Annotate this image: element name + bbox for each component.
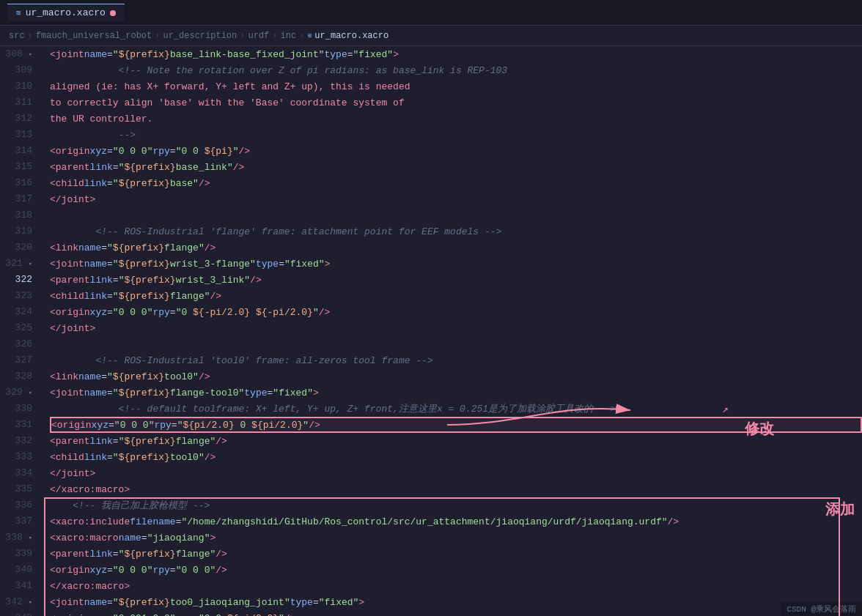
line-number-313: 313 <box>0 127 44 143</box>
line-number-319: 319 <box>0 223 44 240</box>
code-line-320: <link name="${prefix}flange"/> <box>50 240 862 256</box>
code-line-330: <!-- default toolframe: X+ left, Y+ up, … <box>50 401 862 417</box>
watermark: CSDN @乘风会落雨 <box>781 602 862 616</box>
code-content[interactable]: <joint name="${prefix}base_link-base_fix… <box>44 46 862 616</box>
code-line-326 <box>50 336 862 352</box>
code-line-335: </xacro:macro> <box>50 481 862 497</box>
line-number-318: 318 <box>0 207 44 223</box>
code-line-339: <parent link="${prefix}flange"/> <box>50 546 862 562</box>
line-number-322: 322 <box>0 272 44 288</box>
line-number-309: 309 <box>0 62 44 78</box>
line-number-314: 314 <box>0 143 44 159</box>
breadcrumb-icon: ≋ <box>307 31 312 40</box>
line-number-316: 316 <box>0 175 44 191</box>
code-line-323: <child link="${prefix}flange"/> <box>50 288 862 304</box>
line-numbers: 308 ▾30931031131231331431531631731831932… <box>0 46 44 616</box>
code-line-313: --> <box>50 127 862 143</box>
code-editor: 308 ▾30931031131231331431531631731831932… <box>0 46 862 616</box>
tab-bar: ≋ ur_macro.xacro <box>0 0 862 26</box>
code-line-334: </joint> <box>50 465 862 481</box>
code-line-329: <joint name="${prefix}flange-tool0" type… <box>50 385 862 401</box>
code-line-336: <!-- 我自己加上胶枪模型 --> <box>50 497 862 513</box>
code-line-314: <origin xyz="0 0 0" rpy="0 0 ${pi}"/> <box>50 143 862 159</box>
line-number-343: 343 <box>0 610 44 616</box>
line-number-308: 308 ▾ <box>0 46 44 62</box>
code-line-319: <!-- ROS-Industrial 'flange' frame: atta… <box>50 223 862 240</box>
line-number-330: 330 <box>0 401 44 417</box>
line-number-341: 341 <box>0 578 44 594</box>
code-line-337: <xacro:include filename="/home/zhangshid… <box>50 513 862 530</box>
code-line-321: <joint name="${prefix}wrist_3-flange" ty… <box>50 256 862 272</box>
line-number-337: 337 <box>0 513 44 530</box>
line-number-335: 335 <box>0 481 44 497</box>
code-line-338: <xacro:macro name="jiaoqiang"> <box>50 530 862 546</box>
tab-filename: ur_macro.xacro <box>26 7 106 18</box>
line-number-321: 321 ▾ <box>0 256 44 272</box>
breadcrumb-urdf: urdf <box>248 31 269 41</box>
breadcrumb-pkg: fmauch_universal_robot <box>36 31 152 41</box>
line-number-320: 320 <box>0 240 44 256</box>
code-line-318 <box>50 207 862 223</box>
code-line-342: <joint name="${prefix}too0_jiaoqiang_joi… <box>50 594 862 610</box>
line-number-342: 342 ▾ <box>0 594 44 610</box>
code-line-333: <child link="${prefix}tool0"/> <box>50 449 862 465</box>
code-line-328: <link name="${prefix}tool0"/> <box>50 368 862 385</box>
line-number-334: 334 <box>0 465 44 481</box>
line-number-326: 326 <box>0 336 44 352</box>
line-number-336: 336 <box>0 497 44 513</box>
line-number-338: 338 ▾ <box>0 530 44 546</box>
modified-indicator <box>110 10 116 16</box>
line-number-315: 315 <box>0 159 44 175</box>
code-line-331: <origin xyz="0 0 0" rpy="${pi/2.0} 0 ${p… <box>50 417 862 433</box>
code-line-311: to correctly align 'base' with the 'Base… <box>50 94 862 111</box>
code-line-341: </xacro:macro> <box>50 578 862 594</box>
active-tab[interactable]: ≋ ur_macro.xacro <box>7 4 125 21</box>
code-line-327: <!-- ROS-Industrial 'tool0' frame: all-z… <box>50 352 862 368</box>
code-line-309: <!-- Note the rotation over Z of pi radi… <box>50 62 862 78</box>
code-line-322: <parent link="${prefix}wrist_3_link"/> <box>50 272 862 288</box>
file-icon: ≋ <box>16 8 21 18</box>
line-number-333: 333 <box>0 449 44 465</box>
code-line-312: the UR controller. <box>50 111 862 127</box>
code-line-324: <origin xyz="0 0 0" rpy="0 ${-pi/2.0} ${… <box>50 304 862 320</box>
line-number-323: 323 <box>0 288 44 304</box>
breadcrumb-file: ur_macro.xacro <box>314 31 388 41</box>
arrow-xiu: ↗ <box>723 403 729 415</box>
annotation-tian: 添加 <box>825 500 855 519</box>
line-number-340: 340 <box>0 562 44 578</box>
line-number-311: 311 <box>0 94 44 111</box>
code-line-317: </joint> <box>50 191 862 207</box>
line-number-328: 328 <box>0 368 44 385</box>
breadcrumb-inc: inc <box>281 31 297 41</box>
line-number-310: 310 <box>0 78 44 94</box>
line-number-325: 325 <box>0 320 44 336</box>
breadcrumb-desc: ur_description <box>163 31 237 41</box>
line-number-339: 339 <box>0 546 44 562</box>
code-line-340: <origin xyz="0 0 0" rpy="0 0 0"/> <box>50 562 862 578</box>
line-number-329: 329 ▾ <box>0 385 44 401</box>
line-number-331: 331 <box>0 417 44 433</box>
line-number-324: 324 <box>0 304 44 320</box>
annotation-xiu: 修改 <box>745 419 774 439</box>
line-number-327: 327 <box>0 352 44 368</box>
code-line-332: <parent link="${prefix}flange"/> <box>50 433 862 449</box>
code-line-316: <child link="${prefix}base"/> <box>50 175 862 191</box>
code-line-325: </joint> <box>50 320 862 336</box>
code-line-315: <parent link="${prefix}base_link"/> <box>50 159 862 175</box>
breadcrumb: src › fmauch_universal_robot › ur_descri… <box>0 26 862 46</box>
code-line-310: aligned (ie: has X+ forward, Y+ left and… <box>50 78 862 94</box>
line-number-332: 332 <box>0 433 44 449</box>
code-line-308: <joint name="${prefix}base_link-base_fix… <box>50 46 862 62</box>
breadcrumb-src: src <box>9 31 25 41</box>
line-number-317: 317 <box>0 191 44 207</box>
line-number-312: 312 <box>0 111 44 127</box>
code-line-343: <origin xyz="0.001 0 0" rpy="0 0 ${pi/2.… <box>50 610 862 616</box>
